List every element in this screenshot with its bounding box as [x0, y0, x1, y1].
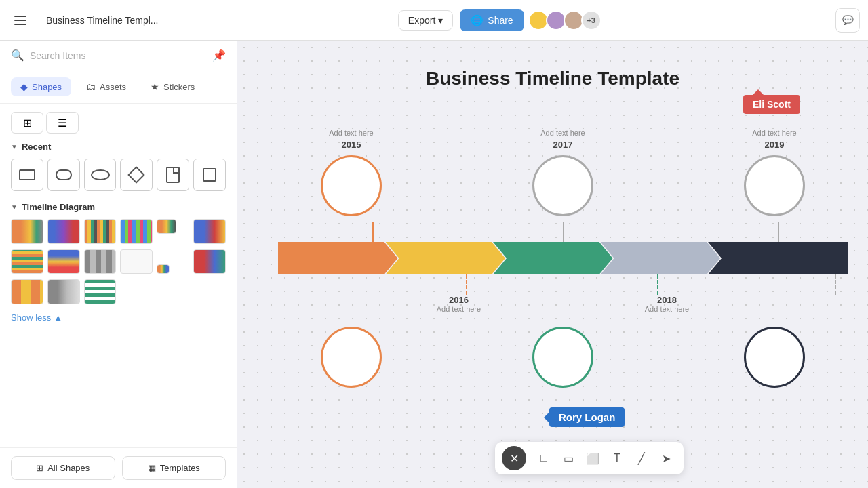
- arrow-2017: [493, 242, 613, 274]
- timeline-arrow-icon: ▼: [11, 203, 18, 211]
- canvas-area[interactable]: Business Timeline Template Add text here…: [237, 41, 868, 488]
- shape-diamond[interactable]: [120, 159, 153, 191]
- tab-stickers[interactable]: ★ Stickers: [141, 77, 204, 96]
- year-2018-node: 2018 Add text here: [645, 295, 689, 313]
- timeline-thumb-7[interactable]: [11, 249, 43, 274]
- stickers-icon: ★: [151, 81, 159, 92]
- tool-callout[interactable]: ⬜: [582, 447, 604, 469]
- shape-rectangle[interactable]: [11, 159, 43, 191]
- timeline-thumb-9[interactable]: [84, 249, 117, 274]
- tool-rounded-rect[interactable]: ▭: [557, 447, 579, 469]
- sub-tab-1[interactable]: ⊞: [11, 112, 43, 134]
- tool-arrow[interactable]: ➤: [655, 447, 677, 469]
- timeline-thumb-10[interactable]: [120, 249, 153, 274]
- chat-icon: 💬: [842, 15, 854, 25]
- timeline-thumb-2[interactable]: [47, 219, 80, 244]
- spacer-2019-below: [741, 295, 802, 313]
- timeline-section-header[interactable]: ▼ Timeline Diagram: [11, 202, 226, 212]
- connector-2017: [563, 222, 564, 242]
- shape-document[interactable]: [157, 159, 189, 191]
- timeline-thumbs-row1: [11, 219, 226, 244]
- spacer-2015-below: [324, 295, 385, 313]
- all-shapes-icon: ⊞: [36, 463, 43, 473]
- tab-assets[interactable]: 🗂 Assets: [77, 77, 136, 96]
- add-text-2019-above: Add text here: [744, 129, 805, 137]
- timeline-thumbs-row3: [11, 279, 226, 304]
- year-2019: 2019: [744, 140, 805, 150]
- tab-stickers-label: Stickers: [163, 82, 195, 92]
- show-less-button[interactable]: Show less ▲: [11, 310, 226, 331]
- diamond-icon: [128, 166, 145, 183]
- timeline-thumbs-row2: [11, 249, 226, 274]
- timeline-thumb-15[interactable]: [84, 279, 117, 304]
- circles-below-row: [278, 327, 848, 388]
- pin-icon[interactable]: 📌: [212, 49, 226, 62]
- document-title[interactable]: Business Timeline Templ...: [41, 12, 163, 28]
- tool-text[interactable]: T: [606, 447, 628, 469]
- tool-line[interactable]: ╱: [631, 447, 652, 469]
- year-2015: 2015: [321, 140, 382, 150]
- timeline-thumb-5[interactable]: [157, 219, 176, 234]
- timeline-thumb-1[interactable]: [11, 219, 43, 244]
- templates-button[interactable]: ▦ Templates: [122, 456, 226, 480]
- rory-logan-label: Rory Logan: [559, 411, 615, 423]
- timeline-thumb-8[interactable]: [47, 249, 80, 274]
- chevron-up-icon: ▲: [54, 312, 62, 323]
- sub-tab-2[interactable]: ☰: [46, 112, 79, 134]
- circle-2019-below: [744, 327, 805, 388]
- tab-row: ◆ Shapes 🗂 Assets ★ Stickers: [0, 70, 237, 104]
- tab-shapes[interactable]: ◆ Shapes: [11, 77, 71, 96]
- year-labels-below: 2016 Add text here 2018 Add text here: [278, 295, 848, 313]
- rory-logan-tooltip: Rory Logan: [549, 407, 625, 427]
- shapes-icon: ◆: [20, 81, 28, 92]
- menu-icon: [14, 16, 26, 25]
- menu-button[interactable]: [8, 8, 33, 33]
- connector-2015: [372, 222, 374, 242]
- shape-extra[interactable]: [193, 159, 226, 191]
- timeline-thumb-3[interactable]: [84, 219, 117, 244]
- arrow-2016: [386, 242, 506, 274]
- share-button[interactable]: 🌐 Share: [460, 9, 524, 31]
- timeline-label: Timeline Diagram: [22, 202, 95, 212]
- timeline-thumb-12[interactable]: [193, 249, 226, 274]
- sidebar-bottom: ⊞ All Shapes ▦ Templates: [0, 447, 237, 488]
- show-less-label: Show less: [11, 312, 51, 323]
- search-bar: 🔍 📌: [0, 41, 237, 70]
- export-button[interactable]: Export ▾: [398, 10, 453, 30]
- timeline-thumb-4[interactable]: [120, 219, 153, 244]
- grid-icon: ⊞: [23, 117, 32, 129]
- year-2017: 2017: [532, 140, 593, 150]
- tool-rectangle[interactable]: □: [533, 447, 555, 469]
- sidebar: 🔍 📌 ◆ Shapes 🗂 Assets ★ Stickers: [0, 41, 237, 488]
- timeline-thumb-14[interactable]: [47, 279, 80, 304]
- timeline-thumb-6[interactable]: [193, 219, 226, 244]
- tab-assets-label: Assets: [100, 82, 126, 92]
- tab-shapes-label: Shapes: [32, 82, 62, 92]
- templates-label: Templates: [160, 463, 200, 473]
- rounded-rect-icon: [56, 169, 72, 180]
- shape-rounded-rect[interactable]: [47, 159, 80, 191]
- recent-arrow-icon: ▼: [11, 143, 18, 150]
- circle-2015: [321, 155, 382, 216]
- all-shapes-button[interactable]: ⊞ All Shapes: [11, 456, 115, 480]
- avatar-overflow-count[interactable]: +3: [581, 10, 601, 30]
- bottom-toolbar: ✕ □ ▭ ⬜ T ╱ ➤: [495, 442, 684, 474]
- share-label: Share: [488, 15, 513, 26]
- document-icon: [166, 167, 180, 183]
- canvas-title: Business Timeline Template: [237, 68, 868, 89]
- connector-2018: [657, 274, 658, 295]
- spacer-2017-below: [532, 295, 593, 313]
- assets-icon: 🗂: [86, 81, 96, 92]
- timeline-thumb-13[interactable]: [11, 279, 43, 304]
- search-input[interactable]: [30, 50, 207, 61]
- timeline-thumb-11[interactable]: [157, 264, 170, 274]
- rectangle-icon: [19, 169, 35, 180]
- circle-2015-below: [321, 327, 382, 388]
- close-button[interactable]: ✕: [502, 446, 526, 470]
- shape-oval[interactable]: [84, 159, 117, 191]
- search-icon: 🔍: [11, 49, 24, 62]
- circle-2017: [532, 155, 593, 216]
- topbar-right-section: Export ▾ 🌐 Share +3: [398, 9, 601, 31]
- recent-section-header[interactable]: ▼ Recent: [11, 142, 226, 152]
- chat-button[interactable]: 💬: [835, 8, 860, 33]
